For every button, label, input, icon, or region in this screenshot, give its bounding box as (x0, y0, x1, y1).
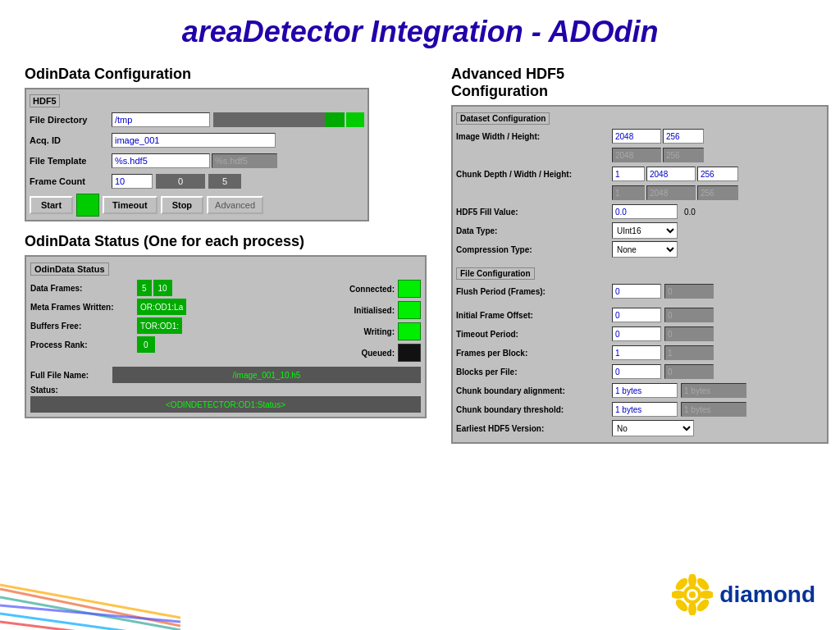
writing-led (398, 322, 421, 340)
blocks-per-file-input2 (664, 364, 714, 379)
odin-status-header: OdinData Status (30, 262, 109, 276)
blocks-per-file-label: Blocks per File: (456, 368, 612, 377)
advanced-hdf5-title: Advanced HDF5 Configuration (451, 66, 829, 100)
start-led (76, 194, 99, 217)
hdf5-config-panel: HDF5 File Directory Acq. ID File Templat… (25, 88, 369, 221)
image-wh-label: Image Width / Height: (456, 132, 612, 141)
dataset-config-header: Dataset Configuration (456, 112, 550, 125)
chunk-width-input[interactable] (646, 167, 696, 181)
queued-label: Queued: (361, 349, 395, 358)
compression-label: Compression Type: (456, 245, 612, 254)
frames-per-block-input1[interactable] (612, 345, 661, 360)
chunk-threshold-input1[interactable] (612, 402, 678, 417)
chunk-threshold-input2 (681, 402, 746, 417)
chunk-align-label: Chunk boundary alignment: (456, 386, 612, 395)
data-frames-val1: 5 (137, 280, 152, 296)
status-value: <ODINDETECTOR:OD1:Status> (30, 396, 421, 413)
start-button[interactable]: Start (30, 196, 73, 214)
chunk-dwh-label: Chunk Depth / Width / Height: (456, 170, 612, 179)
chunk-depth-grey (612, 185, 645, 200)
earliest-hdf5-label: Earliest HDF5 Version: (456, 424, 612, 433)
chunk-depth-input[interactable] (612, 167, 645, 181)
chunk-height-grey (697, 185, 738, 200)
decorative-lines (0, 581, 180, 630)
chunk-align-input1[interactable] (612, 383, 678, 398)
svg-point-11 (689, 591, 696, 598)
hdf5-fill-val2: 0.0 (684, 208, 696, 217)
hdf5-panel-header: HDF5 (30, 94, 60, 107)
control-buttons-row: Start Timeout Stop Advanced (30, 194, 364, 217)
chunk-threshold-label: Chunk boundary threshold: (456, 405, 612, 414)
flush-period-label: Flush Period (Frames): (456, 287, 612, 296)
odindata-status-title: OdinData Status (One for each process) (25, 233, 427, 250)
file-dir-led (346, 112, 364, 127)
odindata-config-title: OdinData Configuration (25, 66, 427, 83)
frame-count-val3: 5 (208, 174, 241, 189)
chunk-height-input[interactable] (697, 167, 738, 181)
meta-frames-val: OR:OD1:La (137, 299, 186, 315)
timeout-button[interactable]: Timeout (103, 196, 158, 214)
hdf5-fill-input[interactable] (612, 204, 678, 219)
blocks-per-file-input1[interactable] (612, 364, 661, 379)
connected-led (398, 280, 421, 298)
status-label: Status: (30, 386, 421, 395)
diamond-text: diamond (719, 582, 815, 608)
frame-count-val2: 0 (156, 174, 205, 189)
data-frames-val2: 10 (153, 280, 172, 296)
image-height-grey (663, 148, 704, 162)
process-rank-val: 0 (137, 336, 155, 353)
full-file-name-label: Full File Name: (30, 371, 112, 380)
advanced-button[interactable]: Advanced (207, 196, 263, 214)
buffers-free-val: TOR:OD1: (137, 317, 182, 334)
acq-id-input[interactable] (112, 133, 276, 148)
diamond-flower-icon (672, 574, 713, 615)
frames-per-block-input2 (664, 345, 714, 360)
timeout-period-input1[interactable] (612, 326, 661, 341)
writing-label: Writing: (363, 327, 395, 336)
chunk-width-grey (646, 185, 696, 200)
image-width-grey (612, 148, 661, 162)
advanced-hdf5-panel: Dataset Configuration Image Width / Heig… (451, 105, 829, 444)
process-rank-label: Process Rank: (30, 340, 137, 349)
data-type-select[interactable]: UInt16 UInt8 UInt32 Float32 (612, 222, 678, 239)
initialised-led (398, 301, 421, 319)
frame-count-label: Frame Count (30, 176, 112, 186)
image-width-input[interactable] (612, 129, 661, 144)
diamond-logo: diamond (672, 574, 815, 615)
full-file-name-value: /image_001_10.h5 (112, 367, 421, 383)
meta-frames-label: Meta Frames Written: (30, 303, 137, 312)
file-config-header: File Configuration (456, 267, 535, 280)
file-template-label: File Template (30, 156, 112, 166)
stop-button[interactable]: Stop (161, 196, 203, 214)
status-section: Status: <ODINDETECTOR:OD1:Status> (30, 386, 421, 413)
connected-label: Connected: (349, 285, 395, 294)
odin-status-panel: OdinData Status Data Frames: 5 10 Meta (25, 255, 427, 418)
flush-period-input2 (664, 284, 714, 299)
acq-id-label: Acq. ID (30, 135, 112, 145)
image-height-input[interactable] (663, 129, 704, 144)
frames-per-block-label: Frames per Block: (456, 349, 612, 358)
compression-select[interactable]: None LZ4 BSLZ4 (612, 241, 678, 258)
data-frames-label: Data Frames: (30, 284, 137, 293)
frame-count-input[interactable] (112, 174, 153, 189)
initial-frame-label: Initial Frame Offset: (456, 311, 612, 320)
file-template-input1[interactable] (112, 153, 210, 168)
file-directory-input[interactable] (112, 112, 210, 127)
hdf5-fill-label: HDF5 Fill Value: (456, 208, 612, 217)
timeout-period-input2 (664, 326, 714, 341)
initialised-label: Initialised: (354, 306, 395, 315)
file-template-input2[interactable] (212, 153, 277, 168)
file-directory-label: File Directory (30, 115, 112, 125)
initial-frame-input1[interactable] (612, 308, 661, 322)
queued-led (398, 344, 421, 362)
data-type-label: Data Type: (456, 226, 612, 235)
chunk-align-input2 (681, 383, 746, 398)
initial-frame-input2 (664, 308, 714, 322)
buffers-free-label: Buffers Free: (30, 322, 137, 331)
earliest-hdf5-select[interactable]: No Yes (612, 420, 694, 436)
flush-period-input1[interactable] (612, 284, 661, 299)
timeout-period-label: Timeout Period: (456, 330, 612, 339)
page-title: areaDetector Integration - ADOdin (0, 0, 840, 57)
